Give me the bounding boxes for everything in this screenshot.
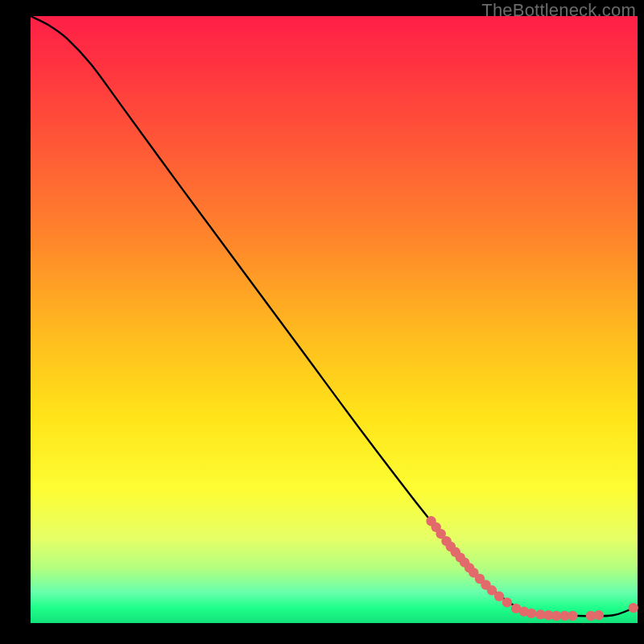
data-point <box>494 592 504 601</box>
data-point <box>502 597 512 607</box>
data-point <box>594 610 604 620</box>
data-point <box>629 603 638 613</box>
data-point <box>568 611 577 621</box>
bottleneck-curve <box>31 16 638 616</box>
chart-frame: TheBottleneck.com <box>0 0 644 644</box>
plot-area <box>31 16 638 623</box>
data-point <box>526 609 536 618</box>
chart-svg <box>31 16 638 623</box>
scatter-dots <box>426 516 638 621</box>
